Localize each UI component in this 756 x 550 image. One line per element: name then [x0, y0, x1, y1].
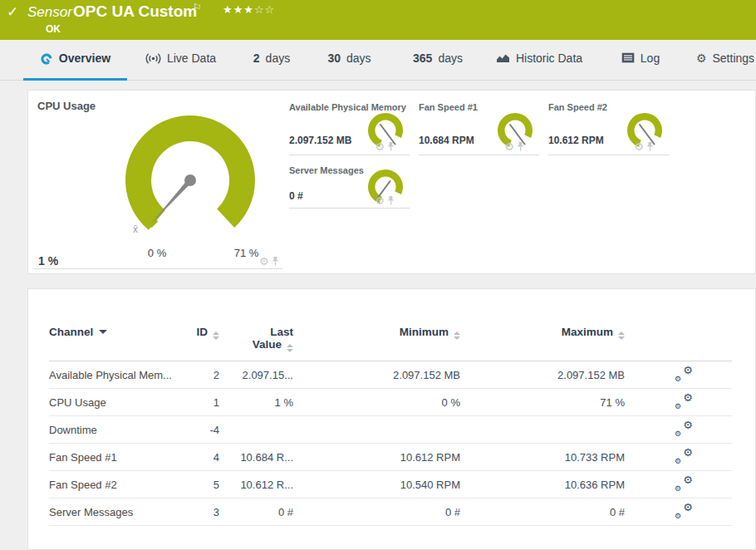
column-header-minimum[interactable]: Minimum — [293, 314, 460, 361]
gear-icon[interactable]: ⚙ — [375, 195, 385, 206]
tab-label: days — [438, 52, 463, 65]
sort-icon — [287, 344, 293, 352]
channel-last-value: 0 # — [219, 498, 293, 526]
tab-label: days — [346, 52, 371, 65]
sensor-title: OPC UA Custom — [73, 2, 197, 21]
tab-settings[interactable]: ⚙ Settings — [693, 52, 756, 81]
divider — [33, 268, 282, 269]
mini-gauge-value: 10.612 RPM — [548, 135, 604, 146]
stars-empty: ☆☆ — [254, 3, 275, 16]
tab-number: 30 — [327, 52, 341, 65]
channel-id: 1 — [192, 389, 219, 416]
mini-gauge-title: Fan Speed #1 — [419, 102, 478, 112]
tab-number: 365 — [413, 52, 432, 65]
tab-live-data[interactable]: Live Data — [137, 52, 224, 81]
channel-maximum: 2.097.152 MB — [460, 361, 625, 389]
table-row[interactable]: Fan Speed #1 4 10.684 R... 10.612 RPM 10… — [49, 444, 732, 471]
channel-settings-icon[interactable]: ⚙⚙ — [675, 394, 693, 409]
flag-icon[interactable]: ⚐ — [193, 2, 202, 13]
tab-number: 2 — [253, 52, 260, 65]
channel-id: 4 — [192, 444, 219, 471]
channel-minimum: 2.097.152 MB — [293, 361, 460, 389]
pin-icon[interactable] — [646, 141, 654, 152]
sensor-type-label: Sensor — [27, 4, 72, 21]
tab-label: Settings — [712, 52, 754, 65]
tab-label: Historic Data — [516, 52, 582, 65]
channel-name[interactable]: CPU Usage — [49, 389, 192, 416]
channel-settings-icon[interactable]: ⚙⚙ — [675, 476, 693, 491]
mini-gauge-value: 2.097.152 MB — [289, 135, 351, 146]
priority-stars[interactable]: ★★★☆☆ — [223, 3, 275, 16]
table-row[interactable]: Available Physical Mem... 2 2.097.15... … — [49, 361, 732, 389]
channel-settings-icon[interactable]: ⚙⚙ — [675, 366, 693, 381]
gear-icon[interactable]: ⚙ — [375, 141, 385, 152]
sort-icon — [618, 331, 625, 340]
gear-icon[interactable]: ⚙ — [259, 256, 269, 267]
cpu-gauge — [121, 107, 264, 240]
sort-icon — [213, 331, 219, 340]
channel-maximum: 10.636 RPM — [460, 471, 625, 498]
tab-label: Overview — [59, 52, 110, 65]
log-list-icon — [621, 52, 635, 63]
tab-365-days[interactable]: 365 days — [404, 52, 472, 81]
mini-gauge-fan-speed-1: Fan Speed #1 10.684 RPM ⚙ — [419, 97, 539, 155]
channels-table: Channel ID LastValue Minimum Maximum Ava… — [49, 314, 732, 526]
table-row[interactable]: CPU Usage 1 1 % 0 % 71 % ⚙⚙ — [49, 389, 732, 416]
broadcast-icon — [145, 52, 161, 65]
channels-panel: Channel ID LastValue Minimum Maximum Ava… — [27, 288, 756, 550]
channel-settings-icon[interactable]: ⚙⚙ — [675, 503, 693, 518]
channel-last-value: 10.684 R... — [219, 444, 293, 471]
mini-gauge-server-messages: Server Messages 0 # ⚙ — [289, 160, 410, 209]
channel-id: 2 — [192, 361, 219, 389]
gauges-panel: CPU Usage x̄ 0 % 71 % 1 % ⚙ Available Ph… — [27, 90, 756, 274]
channel-minimum — [293, 416, 460, 444]
sort-desc-icon — [99, 330, 107, 334]
channel-minimum: 10.612 RPM — [293, 444, 460, 471]
tab-overview[interactable]: Overview — [23, 52, 127, 81]
channel-name[interactable]: Fan Speed #2 — [49, 471, 192, 498]
column-header-last-value[interactable]: LastValue — [219, 314, 293, 361]
column-header-channel[interactable]: Channel — [49, 314, 192, 361]
channel-minimum: 0 # — [293, 498, 460, 526]
mini-gauge-title: Server Messages — [289, 165, 364, 175]
column-header-id[interactable]: ID — [192, 314, 219, 361]
channel-last-value: 10.612 R... — [219, 471, 293, 498]
table-row[interactable]: Server Messages 3 0 # 0 # 0 # ⚙⚙ — [49, 498, 732, 526]
tab-log[interactable]: Log — [615, 52, 666, 81]
gear-icon[interactable]: ⚙ — [634, 141, 644, 152]
channel-maximum: 0 # — [460, 498, 625, 526]
table-row[interactable]: Fan Speed #2 5 10.612 R... 10.540 RPM 10… — [49, 471, 732, 498]
column-header-maximum[interactable]: Maximum — [460, 314, 625, 361]
channel-name[interactable]: Server Messages — [49, 498, 192, 526]
table-row[interactable]: Downtime -4 ⚙⚙ — [49, 416, 732, 444]
pin-icon[interactable] — [387, 141, 395, 152]
channel-minimum: 10.540 RPM — [293, 471, 460, 498]
pin-icon[interactable] — [387, 195, 395, 206]
channel-last-value — [219, 416, 293, 444]
gear-icon[interactable]: ⚙ — [504, 141, 514, 152]
channel-id: 5 — [192, 471, 219, 498]
pin-icon[interactable] — [272, 256, 279, 267]
tab-label: days — [266, 52, 291, 65]
mini-gauge-available-memory: Available Physical Memory 2.097.152 MB ⚙ — [289, 97, 410, 155]
channel-minimum: 0 % — [293, 389, 460, 416]
table-header-row: Channel ID LastValue Minimum Maximum — [49, 314, 732, 361]
gear-icon: ⚙ — [696, 52, 707, 64]
tab-historic-data[interactable]: Historic Data — [493, 52, 585, 81]
ok-check-icon: ✓ — [7, 3, 18, 20]
channel-settings-icon[interactable]: ⚙⚙ — [675, 449, 693, 464]
channel-name[interactable]: Fan Speed #1 — [49, 444, 192, 471]
average-marker: x̄ — [133, 223, 138, 235]
channel-name[interactable]: Downtime — [49, 416, 192, 444]
channel-id: 3 — [192, 498, 219, 526]
sort-icon — [454, 331, 460, 340]
tab-label: Live Data — [167, 52, 216, 65]
tab-2-days[interactable]: 2 days — [243, 52, 301, 81]
pin-icon[interactable] — [517, 141, 524, 152]
tab-label: Log — [641, 52, 660, 65]
mini-gauge-fan-speed-2: Fan Speed #2 10.612 RPM ⚙ — [548, 97, 669, 155]
channel-name[interactable]: Available Physical Mem... — [49, 361, 192, 389]
tab-30-days[interactable]: 30 days — [318, 52, 380, 81]
channel-settings-icon[interactable]: ⚙⚙ — [675, 421, 693, 436]
cpu-gauge-title: CPU Usage — [37, 100, 96, 112]
